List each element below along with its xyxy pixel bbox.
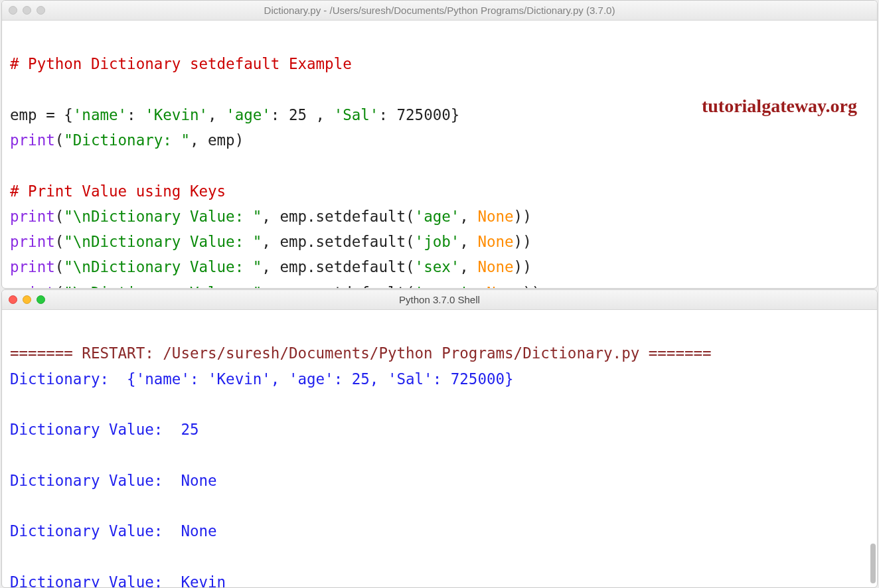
code-text: , bbox=[469, 284, 487, 289]
code-text: )) bbox=[522, 284, 540, 289]
code-text: : 725000} bbox=[378, 106, 459, 123]
minimize-icon[interactable] bbox=[23, 295, 31, 304]
code-builtin: print bbox=[10, 233, 55, 250]
code-string: "Dictionary: " bbox=[64, 131, 190, 149]
code-string: 'Sal' bbox=[334, 106, 379, 123]
code-string: 'name' bbox=[73, 106, 127, 123]
code-string: 'age' bbox=[226, 106, 271, 123]
code-text: , emp.setdefault( bbox=[262, 208, 414, 225]
code-text: , emp.setdefault( bbox=[262, 284, 414, 289]
code-text: , bbox=[459, 208, 477, 225]
code-text: ( bbox=[55, 284, 64, 289]
code-string: 'sex' bbox=[415, 258, 460, 275]
code-comment: # Python Dictionary setdefault Example bbox=[10, 55, 352, 72]
close-icon[interactable] bbox=[9, 295, 17, 304]
code-text: ( bbox=[55, 131, 64, 149]
editor-window: Dictionary.py - /Users/suresh/Documents/… bbox=[1, 0, 878, 289]
shell-content[interactable]: ======= RESTART: /Users/suresh/Documents… bbox=[2, 310, 877, 588]
code-string: 'age' bbox=[415, 208, 460, 225]
shell-output: Dictionary Value: Kevin bbox=[10, 573, 226, 589]
code-text: emp = { bbox=[10, 106, 73, 123]
editor-titlebar[interactable]: Dictionary.py - /Users/suresh/Documents/… bbox=[2, 1, 877, 21]
code-text: , emp.setdefault( bbox=[262, 258, 414, 275]
editor-content[interactable]: # Python Dictionary setdefault Example e… bbox=[2, 21, 877, 289]
code-text: , bbox=[459, 233, 477, 250]
code-keyword: None bbox=[487, 284, 522, 289]
zoom-icon[interactable] bbox=[37, 6, 45, 15]
shell-output: Dictionary: {'name': 'Kevin', 'age': 25,… bbox=[10, 370, 514, 388]
shell-titlebar[interactable]: Python 3.7.0 Shell bbox=[2, 290, 877, 310]
code-string: 'job' bbox=[415, 233, 460, 250]
code-string: "\nDictionary Value: " bbox=[64, 233, 262, 250]
shell-output: Dictionary Value: 25 bbox=[10, 421, 199, 438]
zoom-icon[interactable] bbox=[37, 295, 45, 304]
code-comment: # Print Value using Keys bbox=[10, 183, 226, 200]
editor-title: Dictionary.py - /Users/suresh/Documents/… bbox=[2, 5, 877, 16]
shell-title: Python 3.7.0 Shell bbox=[2, 294, 877, 305]
scrollbar[interactable] bbox=[870, 544, 876, 583]
code-text: : 25 , bbox=[271, 106, 334, 123]
shell-restart-line: ======= RESTART: /Users/suresh/Documents… bbox=[10, 344, 712, 362]
code-keyword: None bbox=[477, 258, 513, 275]
code-text: : bbox=[127, 106, 145, 123]
code-text: ( bbox=[55, 258, 64, 275]
code-string: "\nDictionary Value: " bbox=[64, 284, 262, 289]
minimize-icon[interactable] bbox=[23, 6, 31, 15]
code-builtin: print bbox=[10, 284, 55, 289]
code-string: 'Kevin' bbox=[145, 106, 208, 123]
code-text: )) bbox=[514, 258, 532, 275]
watermark: tutorialgateway.org bbox=[702, 90, 857, 122]
code-builtin: print bbox=[10, 258, 55, 275]
code-keyword: None bbox=[477, 208, 513, 225]
shell-output: Dictionary Value: None bbox=[10, 472, 217, 489]
code-text: )) bbox=[514, 233, 532, 250]
code-string: 'name' bbox=[415, 284, 469, 289]
editor-traffic-lights bbox=[9, 6, 45, 15]
code-keyword: None bbox=[477, 233, 513, 250]
code-text: ( bbox=[55, 233, 64, 250]
code-text: , bbox=[459, 258, 477, 275]
shell-traffic-lights bbox=[9, 295, 45, 304]
code-builtin: print bbox=[10, 208, 55, 225]
code-string: "\nDictionary Value: " bbox=[64, 258, 262, 275]
code-text: )) bbox=[514, 208, 532, 225]
shell-window: Python 3.7.0 Shell ======= RESTART: /Use… bbox=[1, 289, 878, 588]
code-text: , emp) bbox=[190, 131, 244, 149]
code-text: ( bbox=[55, 208, 64, 225]
code-text: , emp.setdefault( bbox=[262, 233, 414, 250]
code-builtin: print bbox=[10, 131, 55, 149]
code-string: "\nDictionary Value: " bbox=[64, 208, 262, 225]
close-icon[interactable] bbox=[9, 6, 17, 15]
shell-output: Dictionary Value: None bbox=[10, 522, 217, 540]
code-text: , bbox=[208, 106, 226, 123]
